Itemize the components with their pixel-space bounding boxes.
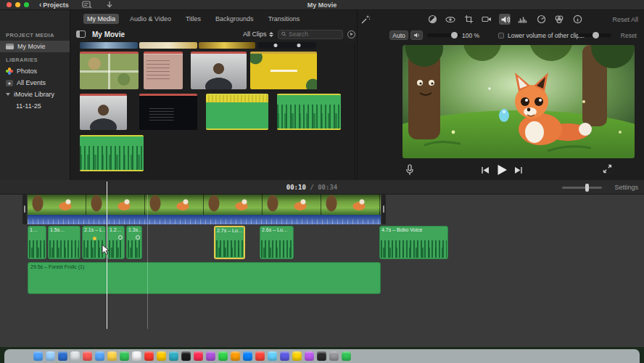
auto-volume-button[interactable]: Auto bbox=[389, 30, 408, 40]
voiceover-mic-icon[interactable] bbox=[405, 164, 414, 176]
media-panel-icon[interactable] bbox=[82, 1, 92, 9]
timeline-audio-clip[interactable]: 2.6s – Lu… bbox=[260, 226, 294, 259]
media-thumbnail-terminal[interactable] bbox=[139, 94, 197, 130]
dock-app-icon[interactable] bbox=[329, 351, 339, 361]
clip-filter-dropdown[interactable]: All Clips bbox=[243, 30, 273, 38]
dock-app-icon[interactable] bbox=[107, 351, 117, 361]
media-thumbnail-strip-dark[interactable] bbox=[258, 42, 316, 49]
dock-app-icon[interactable] bbox=[218, 351, 228, 361]
timeline-music-clip[interactable]: 29.5s – Forest Frolic (1) bbox=[28, 262, 381, 294]
browser-action-icon[interactable] bbox=[347, 30, 355, 38]
clip-filter-effect-icon[interactable] bbox=[553, 14, 565, 25]
fullscreen-icon[interactable] bbox=[603, 164, 612, 174]
dock-app-icon[interactable] bbox=[70, 351, 80, 361]
media-thumbnail-strip-blue[interactable] bbox=[80, 42, 138, 49]
sidebar-item-imovie-library[interactable]: iMovie Library bbox=[0, 89, 70, 100]
dock-app-icon[interactable] bbox=[231, 351, 240, 361]
dock-app-icon[interactable] bbox=[243, 351, 252, 361]
dock-app-icon[interactable] bbox=[342, 351, 351, 361]
timeline-audio-clip[interactable]: 2.7s – Lu… bbox=[214, 226, 245, 259]
speed-icon[interactable] bbox=[535, 14, 547, 25]
sidebar-item-photos[interactable]: Photos bbox=[0, 65, 70, 77]
lower-volume-slider-knob[interactable] bbox=[593, 32, 599, 38]
media-thumbnail-webcam[interactable] bbox=[191, 52, 247, 89]
dock-app-icon[interactable] bbox=[317, 351, 326, 361]
color-balance-icon[interactable] bbox=[426, 14, 438, 25]
dock-app-icon[interactable] bbox=[132, 351, 141, 361]
dock-app-icon[interactable] bbox=[206, 351, 215, 361]
media-thumbnail-strip-cream[interactable] bbox=[139, 42, 197, 49]
timeline-audio-clip[interactable]: 1.3s… bbox=[126, 226, 142, 259]
tab-audio-video[interactable]: Audio & Video bbox=[126, 14, 175, 24]
media-thumbnail-audio-wave[interactable] bbox=[277, 94, 341, 130]
noise-reduction-icon[interactable] bbox=[517, 14, 529, 25]
dock-app-icon[interactable] bbox=[83, 351, 92, 361]
tab-titles[interactable]: Titles bbox=[182, 14, 205, 24]
media-thumbnail-audio-wave[interactable] bbox=[80, 135, 144, 171]
trim-handle-right[interactable] bbox=[381, 195, 386, 224]
next-frame-button[interactable] bbox=[514, 166, 523, 174]
search-field[interactable] bbox=[278, 30, 343, 39]
minimize-window-button[interactable] bbox=[15, 2, 20, 7]
playhead[interactable] bbox=[107, 182, 107, 329]
dock-app-icon[interactable] bbox=[305, 351, 314, 361]
media-thumbnail-promo-yellow[interactable] bbox=[250, 52, 317, 89]
zoom-window-button[interactable] bbox=[24, 2, 29, 7]
dock-app-icon[interactable] bbox=[255, 351, 265, 361]
enhance-wand-icon[interactable] bbox=[360, 15, 371, 25]
timeline-video-clip[interactable] bbox=[28, 195, 381, 215]
browser-scrollbar[interactable] bbox=[355, 42, 355, 180]
dock-app-icon[interactable] bbox=[33, 351, 43, 361]
play-button[interactable] bbox=[497, 164, 508, 176]
dock-app-icon[interactable] bbox=[268, 351, 277, 361]
dock-app-icon[interactable] bbox=[95, 351, 104, 361]
search-input[interactable] bbox=[289, 30, 339, 38]
stabilization-icon[interactable] bbox=[481, 14, 492, 25]
timeline-audio-clip[interactable]: 1.2… bbox=[107, 226, 125, 259]
timeline-settings-button[interactable]: Settings bbox=[614, 184, 638, 191]
dock-app-icon[interactable] bbox=[120, 351, 129, 361]
previous-frame-button[interactable] bbox=[481, 166, 490, 174]
reset-all-button[interactable]: Reset All bbox=[612, 16, 638, 23]
media-thumbnail-audio-band[interactable] bbox=[206, 94, 268, 130]
projects-back-button[interactable]: ‹ Projects bbox=[39, 1, 69, 9]
lower-volume-slider[interactable] bbox=[578, 33, 611, 37]
dock-app-icon[interactable] bbox=[58, 351, 67, 361]
volume-adjust-icon[interactable] bbox=[499, 14, 511, 25]
crop-icon[interactable] bbox=[463, 14, 474, 25]
sidebar-item-all-events[interactable]: ★All Events bbox=[0, 77, 70, 89]
dock-app-icon[interactable] bbox=[157, 351, 166, 361]
tab-transitions[interactable]: Transitions bbox=[265, 14, 304, 24]
timeline-audio-clip[interactable]: 1.5s… bbox=[48, 226, 80, 259]
dock-app-icon[interactable] bbox=[181, 351, 191, 361]
timeline-video-audio-waveform[interactable] bbox=[28, 215, 381, 224]
dock-app-icon[interactable] bbox=[194, 351, 203, 361]
dock-app-icon[interactable] bbox=[46, 351, 55, 361]
media-thumbnail-document[interactable] bbox=[144, 52, 183, 89]
timeline-audio-clip[interactable]: 4.7s – Bobo Voice bbox=[379, 226, 448, 259]
dock-app-icon[interactable] bbox=[144, 351, 154, 361]
sidebar-item-11-11-25[interactable]: 11-11-25 bbox=[0, 100, 70, 112]
trim-handle-left[interactable] bbox=[22, 195, 27, 224]
info-icon[interactable] bbox=[571, 14, 583, 25]
dock-app-icon[interactable] bbox=[292, 351, 302, 361]
dock-app-icon[interactable] bbox=[280, 351, 289, 361]
sidebar-toggle-icon[interactable] bbox=[76, 30, 86, 38]
reset-button[interactable]: Reset bbox=[621, 32, 637, 39]
media-thumbnail-webcam[interactable] bbox=[80, 94, 127, 130]
dock-app-icon[interactable] bbox=[169, 351, 178, 361]
close-window-button[interactable] bbox=[7, 2, 12, 7]
media-thumbnail-screen-grid[interactable] bbox=[80, 52, 139, 89]
import-download-icon[interactable] bbox=[105, 1, 115, 9]
lower-volume-checkbox[interactable] bbox=[498, 33, 504, 38]
media-thumbnail-strip-gold[interactable] bbox=[199, 42, 255, 49]
volume-slider[interactable] bbox=[427, 33, 461, 37]
timeline-zoom-knob[interactable] bbox=[585, 184, 589, 192]
tab-my-media[interactable]: My Media bbox=[83, 14, 119, 24]
tab-backgrounds[interactable]: Backgrounds bbox=[212, 14, 257, 24]
mute-button[interactable] bbox=[410, 30, 423, 40]
volume-slider-knob[interactable] bbox=[451, 32, 458, 38]
timeline-audio-clip[interactable]: 1… bbox=[28, 226, 46, 259]
timeline-zoom-slider[interactable] bbox=[562, 187, 602, 189]
color-filters-icon[interactable] bbox=[445, 14, 456, 25]
